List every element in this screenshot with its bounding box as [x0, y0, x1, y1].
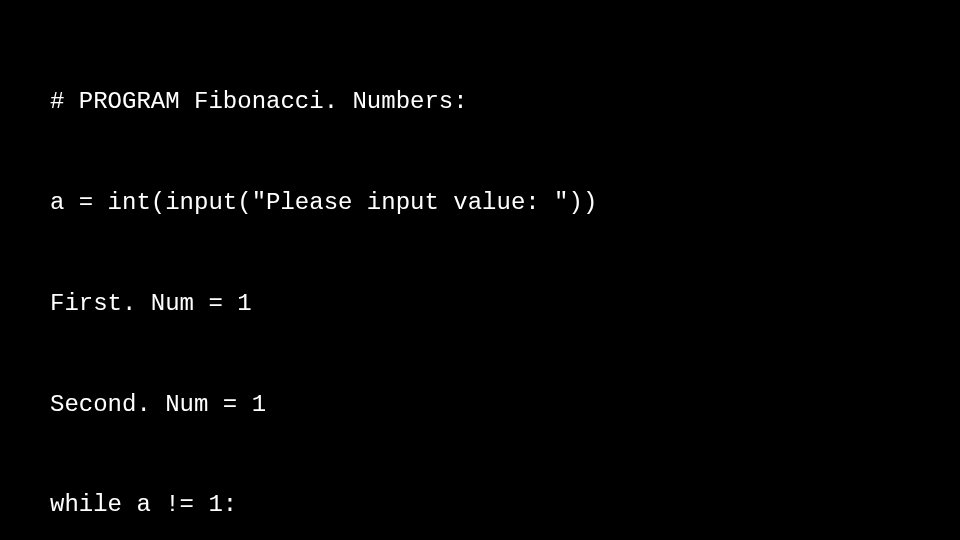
code-block: # PROGRAM Fibonacci. Numbers: a = int(in…: [50, 18, 960, 540]
code-line: # PROGRAM Fibonacci. Numbers:: [50, 85, 960, 119]
code-line: while a != 1:: [50, 488, 960, 522]
code-line: First. Num = 1: [50, 287, 960, 321]
code-line: Second. Num = 1: [50, 388, 960, 422]
code-line: a = int(input("Please input value: ")): [50, 186, 960, 220]
